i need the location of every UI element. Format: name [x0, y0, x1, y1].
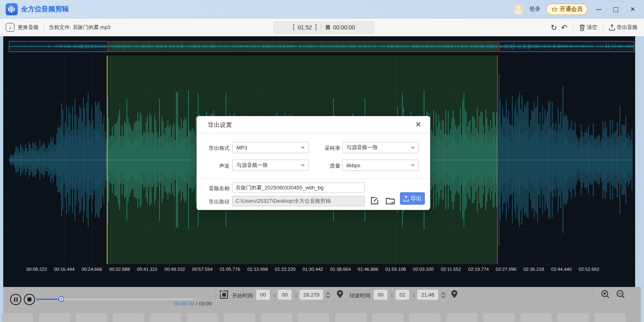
- samplerate-value: 与源音频一致: [346, 144, 378, 151]
- end-second-field[interactable]: 21.46: [417, 290, 438, 300]
- redo-icon[interactable]: ↶: [561, 24, 567, 31]
- samplerate-select[interactable]: 与源音频一致: [342, 142, 419, 153]
- end-minute-field[interactable]: 02: [396, 290, 409, 300]
- axis-label: 01:05.776: [219, 267, 240, 272]
- axis-label: 01:22.220: [275, 267, 296, 272]
- export-button[interactable]: 导出: [400, 192, 425, 205]
- crown-icon: [551, 6, 558, 12]
- divider: [573, 25, 574, 30]
- end-marker-pin-icon[interactable]: [451, 290, 458, 298]
- divider: [603, 25, 603, 30]
- zoom-out-icon[interactable]: [616, 290, 625, 299]
- overview-waveform-canvas[interactable]: [9, 42, 634, 52]
- axis-label: 00:08.222: [26, 267, 47, 272]
- bottom-tile[interactable]: [261, 313, 292, 322]
- stop-button[interactable]: [24, 294, 35, 305]
- axis-label: 01:38.664: [330, 267, 351, 272]
- upload-icon: [609, 24, 615, 31]
- selection-duration: 01:52: [298, 24, 312, 31]
- bookmark-icon: [325, 25, 330, 31]
- membership-button[interactable]: 开通会员: [546, 4, 588, 15]
- axis-label: 01:13.998: [247, 267, 268, 272]
- axis-label: 01:30.442: [302, 267, 323, 272]
- start-hour-field[interactable]: 00: [256, 290, 270, 300]
- slider-thumb[interactable]: [58, 296, 64, 302]
- divider: [43, 25, 44, 30]
- close-button[interactable]: ✕: [627, 4, 638, 15]
- playback-slider[interactable]: [36, 296, 193, 302]
- bottom-tile[interactable]: [39, 313, 70, 322]
- bottom-tile[interactable]: [594, 313, 626, 322]
- start-time-label: 开始时间: [232, 292, 253, 299]
- bottom-tile[interactable]: [446, 313, 478, 322]
- colon: :: [295, 292, 297, 298]
- start-marker-pin-icon[interactable]: [337, 290, 343, 298]
- start-minute-field[interactable]: 00: [278, 290, 292, 300]
- current-file-label: 当前文件: 后陡门的夏.mp3: [49, 24, 110, 31]
- divider: [321, 24, 321, 31]
- bottom-tile[interactable]: [187, 313, 218, 322]
- bottom-tile[interactable]: [372, 313, 404, 322]
- bottom-tile[interactable]: [2, 313, 33, 322]
- waveform-overview[interactable]: [9, 41, 634, 52]
- audio-name-label: 音频名称: [201, 185, 230, 192]
- login-button[interactable]: 登录: [529, 6, 540, 13]
- bottom-tile[interactable]: [298, 313, 329, 322]
- undo-icon[interactable]: ↻: [551, 24, 557, 31]
- trash-icon: [579, 24, 585, 31]
- open-folder-icon[interactable]: [386, 197, 395, 205]
- end-hour-field[interactable]: 00: [374, 290, 387, 300]
- chevron-down-icon: [301, 147, 305, 149]
- colon: :: [413, 292, 414, 298]
- bottom-tile[interactable]: [557, 313, 589, 322]
- clear-button[interactable]: 清空: [579, 24, 597, 31]
- axis-label: 01:46.886: [358, 267, 378, 272]
- minimize-button[interactable]: —: [593, 4, 605, 15]
- format-select[interactable]: MP3: [232, 142, 309, 153]
- end-time-stepper[interactable]: [440, 290, 446, 300]
- bottom-tile[interactable]: [483, 313, 515, 322]
- quality-label: 质量: [311, 162, 340, 170]
- clear-label: 清空: [587, 24, 597, 31]
- axis-label: 02:19.774: [468, 267, 489, 272]
- bottom-tile[interactable]: [335, 313, 367, 322]
- export-audio-button[interactable]: 导出音频: [609, 24, 638, 31]
- axis-label: 00:24.666: [82, 267, 102, 272]
- membership-label: 开通会员: [560, 6, 582, 13]
- end-time-label: 结束时间: [350, 292, 371, 299]
- quality-value: 8kbps: [346, 162, 360, 168]
- start-second-field[interactable]: 28.279: [300, 290, 323, 300]
- quality-select[interactable]: 8kbps: [342, 160, 419, 171]
- axis-label: 01:55.108: [385, 267, 406, 272]
- divider: [197, 179, 430, 179]
- bottom-tile[interactable]: [409, 313, 441, 322]
- dialog-close-icon[interactable]: ✕: [415, 120, 421, 129]
- zoom-in-icon[interactable]: [601, 290, 610, 299]
- export-path-input[interactable]: C:\Users\25327\Desktop\全方位音频剪辑: [232, 196, 365, 206]
- bottom-tile[interactable]: [113, 313, 144, 322]
- bottom-tile[interactable]: [76, 313, 107, 322]
- title-bar: 全方位音频剪辑 登录 开通会员 — □ ✕: [0, 0, 644, 19]
- trim-icon: [219, 290, 228, 299]
- music-note-icon: ♪: [6, 23, 14, 32]
- maximize-button[interactable]: □: [610, 4, 621, 15]
- pause-button[interactable]: [10, 294, 21, 305]
- change-audio-button[interactable]: 更换音频: [18, 24, 39, 31]
- bottom-tile[interactable]: [150, 313, 181, 322]
- colon: :: [391, 292, 393, 298]
- axis-label: 02:52.662: [579, 267, 599, 272]
- divider: [197, 133, 430, 133]
- audio-name-input[interactable]: 后陡门的夏_2025060330455_with_bg: [232, 183, 365, 193]
- axis-label: 02:03.330: [413, 267, 433, 272]
- edit-path-icon[interactable]: [371, 197, 379, 205]
- channel-value: 与源音频一致: [236, 162, 268, 169]
- bottom-tile[interactable]: [520, 313, 552, 322]
- samplerate-label: 采样率: [311, 145, 340, 152]
- start-time-stepper[interactable]: [325, 290, 331, 300]
- user-avatar[interactable]: [513, 4, 524, 15]
- channel-select[interactable]: 与源音频一致: [232, 160, 309, 171]
- divider: [215, 291, 215, 299]
- pause-icon: [14, 297, 18, 302]
- format-value: MP3: [236, 145, 247, 151]
- bottom-tile[interactable]: [224, 313, 255, 322]
